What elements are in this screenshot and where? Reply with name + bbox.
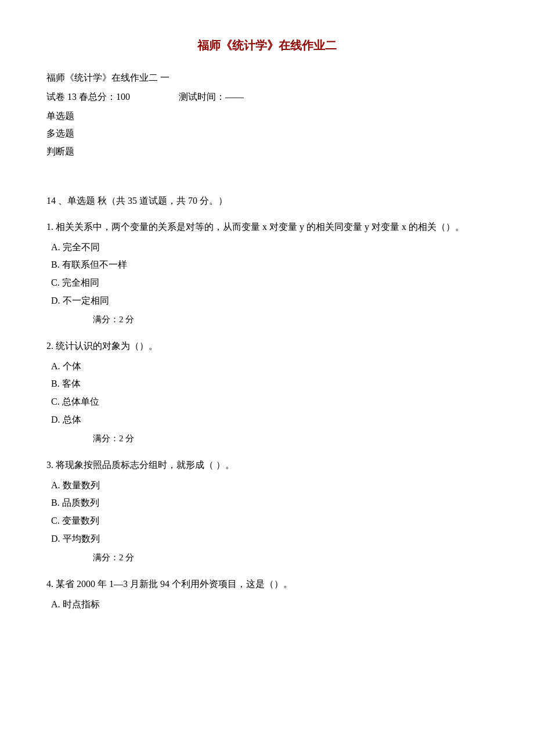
- option-val-1d: 不一定相同: [63, 296, 109, 305]
- option-label-3a: A.: [51, 480, 60, 490]
- option-label-1b: B.: [51, 260, 60, 269]
- question-block-1: 1. 相关关系中，两个变量的关系是对等的，从而变量 x 对变量 y 的相关同变量…: [46, 219, 488, 327]
- option-1d: D. 不一定相同: [51, 293, 488, 309]
- score-3: 满分：2 分: [93, 550, 488, 566]
- question-text-2: 2. 统计认识的对象为（）。: [46, 338, 488, 355]
- option-label-4a: A.: [51, 599, 60, 609]
- option-label-2d: D.: [51, 415, 60, 424]
- meta-score: 试卷 13 春总分：100: [46, 92, 130, 102]
- question-body-2: 统计认识的对象为（）。: [56, 341, 158, 351]
- option-2d: D. 总体: [51, 412, 488, 429]
- option-label-3d: D.: [51, 534, 60, 543]
- option-3c: C. 变量数列: [51, 513, 488, 530]
- question-body-3: 将现象按照品质标志分组时，就形成（ ）。: [56, 460, 234, 470]
- score-2: 满分：2 分: [93, 431, 488, 447]
- question-block-4: 4. 某省 2000 年 1—3 月新批 94 个利用外资项目，这是（）。 A.…: [46, 576, 488, 613]
- type-multi: 多选题: [46, 125, 488, 142]
- option-label-3b: B.: [51, 498, 60, 507]
- question-number-1: 1.: [46, 222, 53, 232]
- option-val-3a: 数量数列: [63, 480, 100, 490]
- option-2a: A. 个体: [51, 358, 488, 375]
- question-number-3: 3.: [46, 460, 53, 470]
- meta-line1: 福师《统计学》在线作业二 一: [46, 70, 488, 87]
- score-1: 满分：2 分: [93, 312, 488, 327]
- option-3b: B. 品质数列: [51, 495, 488, 512]
- option-val-3d: 平均数列: [63, 534, 100, 543]
- page-title: 福师《统计学》在线作业二: [46, 35, 488, 56]
- option-val-2c: 总体单位: [62, 397, 99, 406]
- option-label-1a: A.: [51, 242, 60, 252]
- option-val-2d: 总体: [63, 415, 81, 424]
- option-3d: D. 平均数列: [51, 531, 488, 548]
- option-label-1c: C.: [51, 278, 60, 287]
- option-label-1d: D.: [51, 296, 60, 305]
- option-val-3c: 变量数列: [62, 516, 99, 525]
- option-1c: C. 完全相同: [51, 275, 488, 291]
- type-single: 单选题: [46, 108, 488, 125]
- question-text-1: 1. 相关关系中，两个变量的关系是对等的，从而变量 x 对变量 y 的相关同变量…: [46, 219, 488, 236]
- option-label-2c: C.: [51, 397, 60, 406]
- option-val-3b: 品质数列: [62, 498, 99, 507]
- question-text-4: 4. 某省 2000 年 1—3 月新批 94 个利用外资项目，这是（）。: [46, 576, 488, 593]
- question-block-3: 3. 将现象按照品质标志分组时，就形成（ ）。 A. 数量数列 B. 品质数列 …: [46, 457, 488, 566]
- option-val-1c: 完全相同: [62, 278, 99, 287]
- section-header: 14 、单选题 秋（共 35 道试题，共 70 分。）: [46, 193, 488, 210]
- option-label-2a: A.: [51, 361, 60, 371]
- option-val-2a: 个体: [63, 361, 81, 371]
- option-1b: B. 有联系但不一样: [51, 257, 488, 273]
- question-number-4: 4.: [46, 579, 53, 589]
- option-4a: A. 时点指标: [51, 596, 488, 613]
- question-body-1: 相关关系中，两个变量的关系是对等的，从而变量 x 对变量 y 的相关同变量 y …: [56, 222, 464, 232]
- question-text-3: 3. 将现象按照品质标志分组时，就形成（ ）。: [46, 457, 488, 474]
- option-2b: B. 客体: [51, 376, 488, 393]
- type-judge: 判断题: [46, 143, 488, 160]
- question-block-2: 2. 统计认识的对象为（）。 A. 个体 B. 客体 C. 总体单位 D. 总体…: [46, 338, 488, 447]
- option-2c: C. 总体单位: [51, 394, 488, 411]
- option-val-1b: 有联系但不一样: [62, 260, 127, 269]
- option-val-4a: 时点指标: [63, 599, 100, 609]
- question-body-4: 某省 2000 年 1—3 月新批 94 个利用外资项目，这是（）。: [56, 579, 293, 589]
- option-val-2b: 客体: [62, 379, 81, 388]
- meta-section: 福师《统计学》在线作业二 一 试卷 13 春总分：100 测试时间：—— 单选题…: [46, 70, 488, 160]
- meta-line2: 试卷 13 春总分：100 测试时间：——: [46, 89, 488, 106]
- question-number-2: 2.: [46, 341, 53, 351]
- option-val-1a: 完全不同: [63, 242, 100, 252]
- option-1a: A. 完全不同: [51, 239, 488, 256]
- option-label-3c: C.: [51, 516, 60, 525]
- option-label-2b: B.: [51, 379, 60, 388]
- meta-time: 测试时间：——: [179, 92, 244, 102]
- option-3a: A. 数量数列: [51, 477, 488, 494]
